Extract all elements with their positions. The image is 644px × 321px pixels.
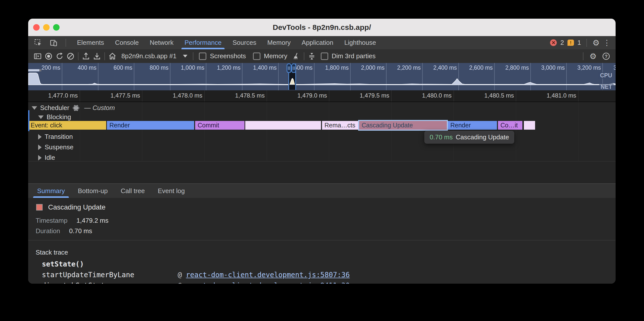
capture-settings-gear-icon[interactable]: ⚙ xyxy=(590,52,597,60)
screenshots-checkbox[interactable]: Screenshots xyxy=(199,52,246,60)
error-count[interactable]: 2 xyxy=(560,39,564,46)
selected-track-indicator xyxy=(28,110,30,131)
ruler-gridline xyxy=(578,90,578,102)
device-toolbar-icon[interactable] xyxy=(48,37,59,48)
flame-event-render[interactable]: Render xyxy=(107,121,194,130)
source-link[interactable]: react-dom-client.development.js:5807:36 xyxy=(186,271,350,279)
clear-button[interactable] xyxy=(65,51,76,62)
flame-chart[interactable]: Scheduler — Custom Blocking Event: click… xyxy=(28,102,616,183)
warning-count[interactable]: 1 xyxy=(578,39,581,46)
panel-tabs: ElementsConsoleNetworkPerformanceSources… xyxy=(72,36,382,49)
flame-event[interactable] xyxy=(245,121,321,130)
ruler-tick-label: 1,477.5 ms xyxy=(85,92,140,99)
ruler-tick-label: 1,479.0 ms xyxy=(272,92,327,99)
help-icon[interactable]: ? xyxy=(601,51,612,62)
field-label: Duration xyxy=(36,227,60,235)
performance-toolbar: 8p2n9n.csb.app #1 Screenshots Memory xyxy=(28,49,616,63)
track-suspense-label: Suspense xyxy=(44,143,74,151)
record-and-reload-button[interactable] xyxy=(54,51,65,62)
stack-function-name: startUpdateTimerByLane xyxy=(42,271,134,279)
toolbar-separator xyxy=(193,52,194,60)
flame-event-commit[interactable]: Commit xyxy=(195,121,244,130)
details-tab-call-tree[interactable]: Call tree xyxy=(114,184,151,198)
tab-network[interactable]: Network xyxy=(144,36,179,49)
timeline-overview[interactable]: 200 ms400 ms600 ms800 ms1,000 ms1,200 ms… xyxy=(28,63,616,90)
ruler-tick-label: 1,478.5 ms xyxy=(210,92,265,99)
window-title: DevTools - 8p2n9n.csb.app/ xyxy=(28,19,616,36)
flame-bottom-divider xyxy=(28,161,616,161)
collapse-tracks-icon[interactable] xyxy=(306,51,317,62)
flame-gridline xyxy=(142,102,142,161)
record-button[interactable] xyxy=(43,51,54,62)
tab-elements[interactable]: Elements xyxy=(72,36,110,49)
flame-event-co-it[interactable]: Co…it xyxy=(498,121,522,130)
home-icon[interactable] xyxy=(107,51,118,62)
flame-event-render[interactable]: Render xyxy=(448,121,497,130)
load-profile-icon[interactable] xyxy=(80,51,92,62)
checkbox-box xyxy=(321,52,328,60)
expand-triangle-icon[interactable] xyxy=(38,155,42,160)
details-tab-event-log[interactable]: Event log xyxy=(151,184,191,198)
details-tab-bottom-up[interactable]: Bottom-up xyxy=(71,184,114,198)
track-scheduler[interactable]: Scheduler — Custom xyxy=(32,104,115,112)
save-profile-icon[interactable] xyxy=(92,51,102,62)
tooltip-duration: 0.70 ms xyxy=(430,133,453,141)
screen-background: DevTools - 8p2n9n.csb.app/ xyxy=(0,0,644,321)
tab-lighthouse[interactable]: Lighthouse xyxy=(339,36,382,49)
flame-event-rema-cts[interactable]: Rema…cts xyxy=(322,121,358,130)
details-tab-summary[interactable]: Summary xyxy=(31,184,71,198)
dim-3rd-parties-checkbox[interactable]: Dim 3rd parties xyxy=(321,52,376,60)
track-suspense[interactable]: Suspense xyxy=(38,143,74,151)
collect-garbage-icon[interactable] xyxy=(291,51,302,62)
flame-event-event-click[interactable]: Event: click xyxy=(28,121,106,130)
field-value: 0.70 ms xyxy=(69,227,92,235)
dim-3rd-parties-label: Dim 3rd parties xyxy=(332,52,376,60)
expand-triangle-icon[interactable] xyxy=(38,145,42,150)
flame-event-cascading-update[interactable]: Cascading Update xyxy=(359,121,447,130)
memory-checkbox[interactable]: Memory xyxy=(253,52,287,60)
warning-badge-icon[interactable]: ! xyxy=(568,40,574,46)
screenshots-label: Screenshots xyxy=(210,52,246,60)
tab-memory[interactable]: Memory xyxy=(262,36,296,49)
summary-header: Cascading Update xyxy=(36,203,106,211)
selection-right-handle[interactable] xyxy=(291,63,296,73)
event-color-swatch xyxy=(36,204,42,210)
tab-sources[interactable]: Sources xyxy=(227,36,262,49)
stack-frame: startUpdateTimerByLane@react-dom-client.… xyxy=(42,271,134,279)
inspect-element-icon[interactable] xyxy=(33,37,44,48)
tab-application[interactable]: Application xyxy=(296,36,339,49)
flame-gridline xyxy=(204,102,204,161)
tab-performance[interactable]: Performance xyxy=(179,36,227,49)
tabbar-right-cluster: ✕ 2 ! 1 ⚙ ⋮ xyxy=(550,39,616,47)
details-tabbar: SummaryBottom-upCall treeEvent log xyxy=(28,183,616,198)
ruler-tick-label: 1,480.5 ms xyxy=(459,92,514,99)
checkbox-box xyxy=(253,52,260,60)
flame-event[interactable] xyxy=(524,121,535,130)
ruler-gridline xyxy=(267,90,267,102)
toolbar-separator xyxy=(78,52,78,60)
track-transition[interactable]: Transition xyxy=(38,133,73,141)
at-symbol: @ xyxy=(178,281,182,284)
at-symbol: @ xyxy=(178,271,182,279)
more-options-icon[interactable]: ⋮ xyxy=(603,39,610,46)
tab-console[interactable]: Console xyxy=(110,36,144,49)
settings-gear-icon[interactable]: ⚙ xyxy=(592,39,600,47)
ruler-tick-label: 1,477.0 ms xyxy=(28,92,78,99)
tooltip-label: Cascading Update xyxy=(456,133,509,141)
flame-gridline xyxy=(267,102,267,161)
track-idle[interactable]: Idle xyxy=(38,154,55,161)
toolbar-right-cluster: ⚙ ? xyxy=(581,51,612,62)
checkbox-box xyxy=(199,52,206,60)
toggle-sidebar-icon[interactable] xyxy=(32,51,43,62)
error-badge-icon[interactable]: ✕ xyxy=(550,39,557,46)
collapse-triangle-icon[interactable] xyxy=(32,106,37,110)
flame-gridline xyxy=(391,102,392,161)
devtools-window: DevTools - 8p2n9n.csb.app/ xyxy=(28,19,616,284)
collapse-triangle-icon[interactable] xyxy=(38,116,44,119)
source-link[interactable]: react-dom-client.development.js:9411:30 xyxy=(186,281,350,284)
expand-triangle-icon[interactable] xyxy=(38,134,42,140)
track-blocking[interactable]: Blocking xyxy=(38,113,71,121)
stack-frame: dispatchSetState@react-dom-client.develo… xyxy=(42,281,109,284)
history-selector[interactable]: 8p2n9n.csb.app #1 xyxy=(118,52,191,60)
selection-left-handle[interactable] xyxy=(286,63,291,73)
